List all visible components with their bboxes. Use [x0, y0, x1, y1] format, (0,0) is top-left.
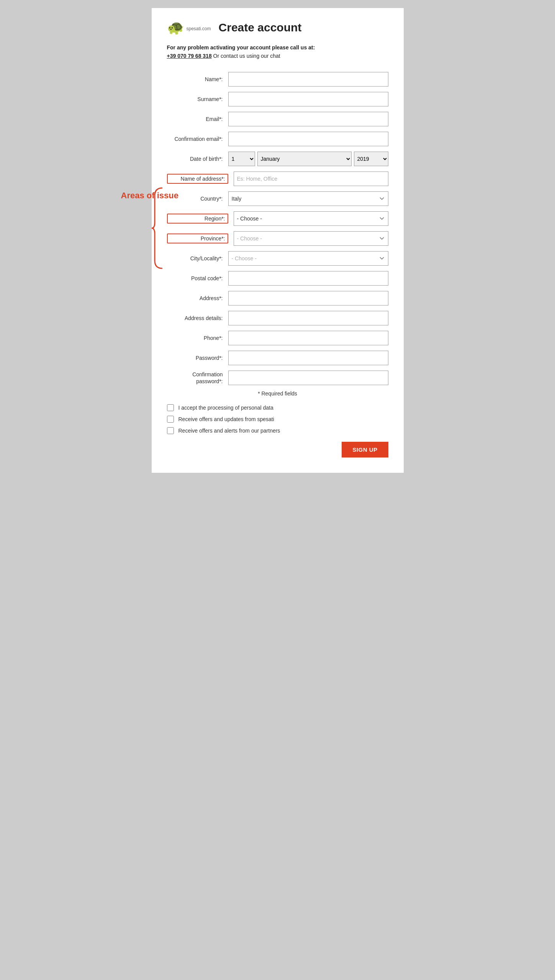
region-label: Region*: — [167, 214, 228, 224]
signup-row: SIGN UP — [167, 442, 388, 457]
form-section: Areas of issue Name*: Surname*: Email*: … — [167, 72, 388, 457]
address-details-row: Address details: — [167, 311, 388, 325]
phone-row: Phone*: — [167, 331, 388, 345]
dob-row: Date of birth*: 12345 678910 1112131415 … — [167, 152, 388, 166]
address-input[interactable] — [228, 291, 388, 305]
province-row: Province*: - Choose - — [167, 231, 388, 246]
phone-link[interactable]: +39 070 79 68 318 — [167, 53, 212, 59]
password-input[interactable] — [228, 351, 388, 365]
address-details-label: Address details: — [167, 315, 228, 321]
checkbox-label-3: Receive offers and alerts from our partn… — [178, 428, 280, 434]
logo-text: spesati.com — [187, 23, 211, 33]
confirm-password-row: Confirmation password*: — [167, 371, 388, 385]
address-name-label: Name of address*: — [167, 174, 228, 184]
surname-label: Surname*: — [167, 96, 228, 102]
checkbox-offers-spesati[interactable] — [167, 416, 174, 423]
password-label: Password*: — [167, 355, 228, 361]
areas-of-issue-label: Areas of issue — [121, 191, 178, 201]
province-label: Province*: — [167, 234, 228, 243]
confirm-password-label: Confirmation password*: — [167, 371, 228, 385]
dob-year-select[interactable]: 2019201820172016 2015201020052000 199519… — [354, 152, 388, 166]
address-label: Address*: — [167, 295, 228, 301]
phone-label: Phone*: — [167, 335, 228, 341]
confirm-email-input[interactable] — [228, 132, 388, 146]
city-label: City/Locality*: — [167, 255, 228, 261]
name-row: Name*: — [167, 72, 388, 87]
dob-label: Date of birth*: — [167, 156, 228, 162]
postal-input[interactable] — [228, 271, 388, 286]
required-note: * Required fields — [167, 390, 388, 397]
surname-row: Surname*: — [167, 92, 388, 106]
password-row: Password*: — [167, 351, 388, 365]
logo-icon: 🐢 — [167, 20, 184, 36]
phone-input[interactable] — [228, 331, 388, 345]
page-title: Create account — [219, 21, 302, 34]
confirm-email-row: Confirmation email*: — [167, 132, 388, 146]
confirm-email-label: Confirmation email*: — [167, 136, 228, 142]
dob-day-select[interactable]: 12345 678910 1112131415 1617181920 21222… — [228, 152, 255, 166]
address-row: Address*: — [167, 291, 388, 305]
contact-line2: Or contact us using our chat — [213, 53, 280, 59]
header: 🐢 spesati.com Create account — [167, 20, 388, 36]
region-row: Region*: - Choose - — [167, 211, 388, 226]
surname-input[interactable] — [228, 92, 388, 106]
address-name-input[interactable] — [234, 172, 388, 186]
brace-icon — [151, 186, 165, 270]
checkbox-offers-partners[interactable] — [167, 427, 174, 434]
postal-row: Postal code*: — [167, 271, 388, 286]
name-label: Name*: — [167, 76, 228, 82]
city-row: City/Locality*: - Choose - — [167, 251, 388, 266]
address-name-row: Name of address*: — [167, 172, 388, 186]
checkbox-label-2: Receive offers and updates from spesati — [178, 416, 274, 422]
postal-label: Postal code*: — [167, 275, 228, 281]
province-select[interactable]: - Choose - — [234, 231, 388, 246]
country-select[interactable]: Italy — [228, 191, 388, 206]
city-select[interactable]: - Choose - — [228, 251, 388, 266]
checkbox-row-2: Receive offers and updates from spesati — [167, 416, 388, 423]
logo: 🐢 spesati.com — [167, 20, 211, 36]
page-container: 🐢 spesati.com Create account For any pro… — [151, 8, 404, 473]
contact-info: For any problem activating your account … — [167, 43, 388, 60]
checkbox-row-1: I accept the processing of personal data — [167, 404, 388, 411]
signup-button[interactable]: SIGN UP — [342, 442, 388, 457]
dob-month-select[interactable]: JanuaryFebruaryMarchApril MayJuneJulyAug… — [257, 152, 352, 166]
checkbox-row-3: Receive offers and alerts from our partn… — [167, 427, 388, 434]
country-row: Country*: Italy — [167, 191, 388, 206]
region-select[interactable]: - Choose - — [234, 211, 388, 226]
confirm-password-input[interactable] — [228, 371, 388, 385]
email-label: Email*: — [167, 116, 228, 122]
dob-selects: 12345 678910 1112131415 1617181920 21222… — [228, 152, 388, 166]
email-input[interactable] — [228, 112, 388, 126]
checkbox-personal-data[interactable] — [167, 404, 174, 411]
checkbox-label-1: I accept the processing of personal data — [178, 405, 273, 411]
contact-line1: For any problem activating your account … — [167, 44, 315, 51]
email-row: Email*: — [167, 112, 388, 126]
name-input[interactable] — [228, 72, 388, 87]
checkboxes-section: I accept the processing of personal data… — [167, 404, 388, 434]
address-details-input[interactable] — [228, 311, 388, 325]
